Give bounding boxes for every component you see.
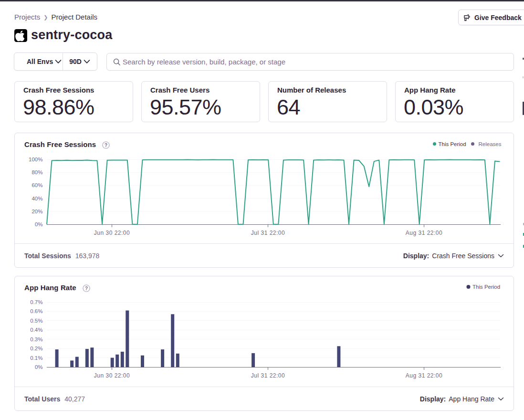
svg-text:This Period: This Period	[439, 141, 466, 147]
svg-text:40%: 40%	[31, 196, 42, 201]
svg-text:0.3%: 0.3%	[30, 336, 42, 342]
svg-text:100%: 100%	[29, 157, 42, 162]
svg-text:80%: 80%	[31, 169, 42, 175]
svg-text:60%: 60%	[31, 182, 42, 188]
svg-text:0.7%: 0.7%	[30, 299, 42, 305]
svg-text:Jun 30 22:00: Jun 30 22:00	[94, 372, 130, 379]
svg-text:Aug 31 22:00: Aug 31 22:00	[406, 372, 442, 379]
svg-text:Jul 31 22:00: Jul 31 22:00	[251, 372, 285, 379]
svg-text:This Period: This Period	[472, 284, 500, 290]
svg-text:0.5%: 0.5%	[30, 318, 42, 324]
svg-text:Aug 31 22:00: Aug 31 22:00	[406, 230, 442, 236]
svg-text:0.2%: 0.2%	[30, 346, 42, 351]
svg-text:?: ?	[85, 286, 88, 291]
svg-text:20%: 20%	[31, 209, 42, 214]
svg-text:Releases: Releases	[479, 141, 502, 147]
svg-text:0%: 0%	[35, 364, 43, 370]
svg-text:Jun 30 22:00: Jun 30 22:00	[94, 230, 130, 236]
svg-text:0.6%: 0.6%	[30, 308, 42, 314]
svg-text:0.1%: 0.1%	[30, 355, 42, 361]
svg-text:0.4%: 0.4%	[30, 327, 42, 333]
svg-text:Jul 31 22:00: Jul 31 22:00	[251, 230, 285, 236]
svg-text:0%: 0%	[35, 221, 43, 227]
svg-text:?: ?	[105, 143, 107, 148]
